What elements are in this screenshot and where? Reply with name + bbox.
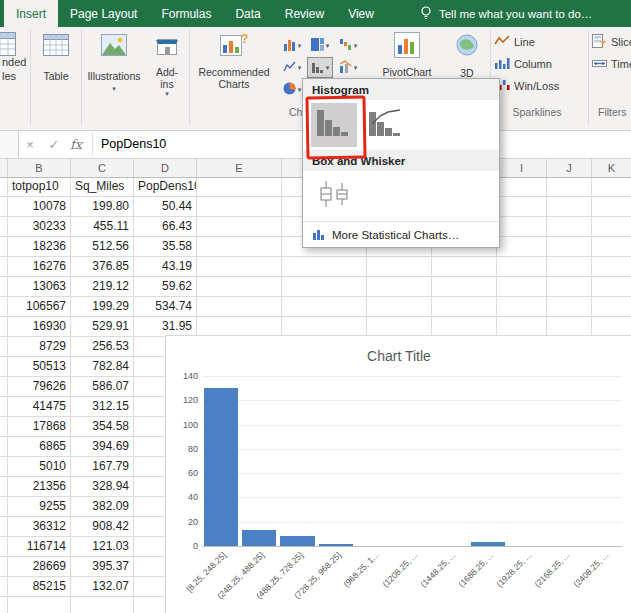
sheet-cell[interactable]: [197, 277, 282, 297]
sheet-cell[interactable]: [592, 197, 631, 217]
sheet-cell[interactable]: 6865: [8, 437, 71, 457]
sheet-cell[interactable]: [0, 517, 8, 537]
recommended-charts-button[interactable]: ? Recommended Charts: [192, 27, 276, 90]
sheet-cell[interactable]: [497, 237, 547, 257]
sheet-cell[interactable]: [197, 177, 282, 197]
sheet-cell[interactable]: 106567: [8, 297, 71, 317]
sparkline-winloss-button[interactable]: Win/Loss: [494, 75, 559, 97]
sheet-cell[interactable]: [197, 317, 282, 337]
sheet-cell[interactable]: 50513: [8, 357, 71, 377]
sheet-cell[interactable]: [497, 277, 547, 297]
sheet-cell[interactable]: 66.43: [134, 217, 197, 237]
name-box-remnant[interactable]: [0, 130, 19, 158]
sheet-cell[interactable]: [197, 217, 282, 237]
sheet-cell[interactable]: 17868: [8, 417, 71, 437]
sheet-cell[interactable]: 382.09: [71, 497, 134, 517]
sheet-cell[interactable]: [0, 217, 8, 237]
sheet-cell[interactable]: 121.03: [71, 537, 134, 557]
sheet-cell[interactable]: [547, 197, 592, 217]
sheet-cell[interactable]: [497, 197, 547, 217]
sheet-cell[interactable]: [0, 397, 8, 417]
sheet-cell[interactable]: 256.53: [71, 337, 134, 357]
sheet-cell[interactable]: [0, 437, 8, 457]
sheet-cell[interactable]: [0, 337, 8, 357]
sheet-cell[interactable]: [497, 257, 547, 277]
sheet-cell[interactable]: [497, 297, 547, 317]
sheet-cell[interactable]: 31.95: [134, 317, 197, 337]
sheet-cell[interactable]: [0, 357, 8, 377]
sheet-cell[interactable]: 28669: [8, 557, 71, 577]
sheet-cell[interactable]: [547, 237, 592, 257]
sheet-cell[interactable]: 9255: [8, 497, 71, 517]
sheet-cell[interactable]: 199.80: [71, 197, 134, 217]
sheet-cell[interactable]: 16276: [8, 257, 71, 277]
sheet-cell[interactable]: 79626: [8, 377, 71, 397]
column-header-J[interactable]: J: [547, 158, 592, 177]
sheet-cell[interactable]: 529.91: [71, 317, 134, 337]
sheet-cell[interactable]: [547, 317, 592, 337]
sheet-cell[interactable]: 782.84: [71, 357, 134, 377]
sheet-cell[interactable]: [0, 257, 8, 277]
sheet-cell[interactable]: 199.29: [71, 297, 134, 317]
cancel-button[interactable]: ×: [20, 130, 40, 158]
tab-data[interactable]: Data: [223, 0, 272, 27]
sheet-cell[interactable]: [497, 177, 547, 197]
sheet-cell[interactable]: [592, 217, 631, 237]
sheet-cell[interactable]: 85215: [8, 577, 71, 597]
pareto-chart-option[interactable]: [363, 103, 409, 147]
insert-statistical-chart-button[interactable]: ▾: [307, 57, 333, 78]
sheet-cell[interactable]: Sq_Miles: [71, 177, 134, 197]
sheet-cell[interactable]: 534.74: [134, 297, 197, 317]
sheet-cell[interactable]: [197, 237, 282, 257]
sheet-cell[interactable]: [547, 177, 592, 197]
sheet-cell[interactable]: 5010: [8, 457, 71, 477]
sheet-cell[interactable]: 354.58: [71, 417, 134, 437]
sheet-cell[interactable]: [592, 237, 631, 257]
sheet-cell[interactable]: [282, 317, 367, 337]
sheet-cell[interactable]: [0, 557, 8, 577]
sheet-cell[interactable]: 21356: [8, 477, 71, 497]
insert-function-button[interactable]: fx: [66, 130, 86, 158]
sheet-cell[interactable]: 13063: [8, 277, 71, 297]
sheet-cell[interactable]: [0, 237, 8, 257]
column-header-B[interactable]: B: [8, 158, 71, 177]
sheet-cell[interactable]: [197, 197, 282, 217]
sheet-cell[interactable]: PopDens10: [134, 177, 197, 197]
sheet-cell[interactable]: [547, 297, 592, 317]
sheet-cell[interactable]: [592, 177, 631, 197]
sheet-cell[interactable]: 16930: [8, 317, 71, 337]
sheet-cell[interactable]: 10078: [8, 197, 71, 217]
sheet-cell[interactable]: 395.37: [71, 557, 134, 577]
sheet-cell[interactable]: 116714: [8, 537, 71, 557]
sheet-cell[interactable]: [0, 197, 8, 217]
sheet-cell[interactable]: 8729: [8, 337, 71, 357]
sheet-cell[interactable]: [592, 317, 631, 337]
add-ins-button[interactable]: Add- ins ▾: [146, 27, 188, 98]
sheet-cell[interactable]: [0, 457, 8, 477]
sheet-cell[interactable]: 219.12: [71, 277, 134, 297]
sheet-cell[interactable]: 512.56: [71, 237, 134, 257]
sheet-cell[interactable]: [282, 257, 367, 277]
sheet-cell[interactable]: totpop10: [8, 177, 71, 197]
sheet-cell[interactable]: 586.07: [71, 377, 134, 397]
sheet-cell[interactable]: 43.19: [134, 257, 197, 277]
sheet-cell[interactable]: 36312: [8, 517, 71, 537]
sheet-cell[interactable]: [0, 497, 8, 517]
sheet-cell[interactable]: 132.07: [71, 577, 134, 597]
tab-formulas[interactable]: Formulas: [149, 0, 223, 27]
sparkline-line-button[interactable]: Line: [494, 31, 559, 53]
sparkline-column-button[interactable]: Column: [494, 53, 559, 75]
formula-bar-value[interactable]: PopDens10: [101, 130, 166, 158]
sheet-cell[interactable]: [432, 297, 497, 317]
insert-hierarchy-chart-button[interactable]: ▾: [307, 35, 333, 56]
sheet-cell[interactable]: 167.79: [71, 457, 134, 477]
sheet-cell[interactable]: [8, 597, 71, 613]
sheet-cell[interactable]: [592, 277, 631, 297]
sheet-cell[interactable]: [0, 577, 8, 597]
sheet-cell[interactable]: [367, 317, 432, 337]
chart-title[interactable]: Chart Title: [166, 348, 631, 364]
sheet-cell[interactable]: [497, 217, 547, 237]
timeline-button[interactable]: Timeline: [592, 53, 631, 75]
sheet-cell[interactable]: [71, 597, 134, 613]
sheet-cell[interactable]: [432, 277, 497, 297]
